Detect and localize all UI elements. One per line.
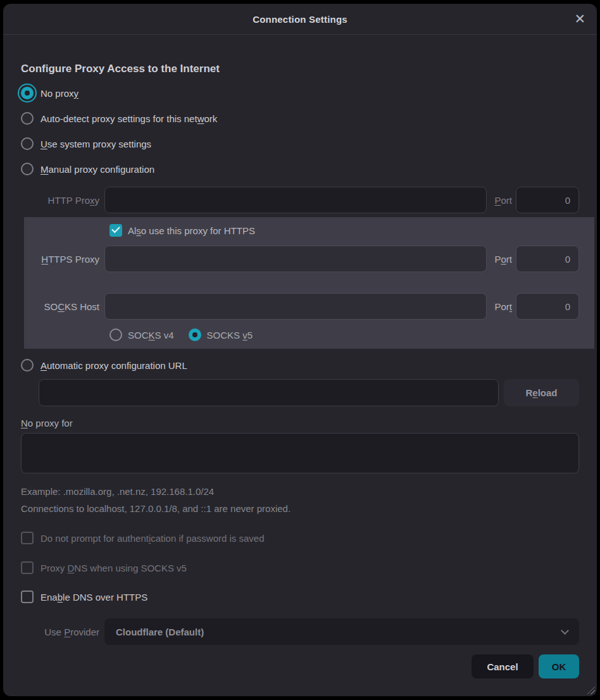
radio-row-no-proxy[interactable]: No proxy <box>21 85 579 101</box>
radio-socks-v5-label: SOCKS v5 <box>207 330 253 341</box>
radio-socks-v4-label: SOCKS v4 <box>128 330 174 341</box>
auto-url-row: Reload <box>39 379 579 406</box>
socks-port-input[interactable] <box>516 293 579 320</box>
page-title: Configure Proxy Access to the Internet <box>21 63 579 75</box>
ok-button[interactable]: OK <box>539 654 579 678</box>
share-proxy-label: Also use this proxy for HTTPS <box>128 225 255 236</box>
reload-button[interactable]: Reload <box>504 379 579 406</box>
connection-settings-dialog: Connection Settings ✕ Configure Proxy Ac… <box>3 4 597 696</box>
socks-version-row: SOCKS v4 SOCKS v5 <box>109 327 579 342</box>
cancel-button[interactable]: Cancel <box>472 654 534 678</box>
doh-provider-row: Use Provider Cloudflare (Default) <box>21 618 579 645</box>
radio-row-manual-proxy[interactable]: Manual proxy configuration <box>21 161 579 177</box>
socks-v5-group: SOCKS v5 <box>189 328 253 341</box>
no-proxy-example-text: Example: .mozilla.org, .net.nz, 192.168.… <box>21 486 579 497</box>
radio-auto-detect[interactable] <box>21 112 34 125</box>
checkbox-row-proxy-dns: Proxy DNS when using SOCKS v5 <box>21 560 579 575</box>
no-proxy-for-textarea[interactable] <box>21 433 579 473</box>
dialog-title: Connection Settings <box>253 14 347 25</box>
resize-grip[interactable] <box>584 684 595 694</box>
socks-host-input[interactable] <box>104 293 487 320</box>
checkbox-row-no-prompt-auth: Do not prompt for authentication if pass… <box>21 530 579 546</box>
auto-url-input[interactable] <box>39 379 499 406</box>
share-proxy-checkbox[interactable] <box>109 224 122 237</box>
https-port-input[interactable] <box>516 246 579 272</box>
enable-doh-label: Enable DNS over HTTPS <box>41 592 147 603</box>
no-prompt-auth-checkbox <box>21 532 34 544</box>
radio-no-proxy-label: No proxy <box>41 88 78 99</box>
radio-manual-proxy[interactable] <box>21 163 34 175</box>
socks-host-row: SOCKS Host Port <box>24 293 579 320</box>
close-icon[interactable]: ✕ <box>574 13 585 26</box>
dialog-footer: Cancel OK <box>21 654 579 678</box>
radio-row-system-proxy[interactable]: Use system proxy settings <box>21 136 579 151</box>
https-socks-group: Also use this proxy for HTTPS HTTPS Prox… <box>24 217 594 349</box>
doh-provider-value: Cloudflare (Default) <box>116 627 562 637</box>
http-proxy-label: HTTP Proxy <box>21 195 104 206</box>
proxy-dns-label: Proxy DNS when using SOCKS v5 <box>41 563 187 573</box>
radio-socks-v4[interactable] <box>109 328 122 341</box>
radio-manual-proxy-label: Manual proxy configuration <box>41 164 154 175</box>
socks-host-label: SOCKS Host <box>24 301 104 312</box>
http-port-input[interactable] <box>516 187 579 213</box>
https-proxy-row: HTTPS Proxy Port <box>24 246 579 272</box>
dialog-content: Configure Proxy Access to the Internet N… <box>3 35 597 678</box>
https-proxy-input[interactable] <box>104 246 487 272</box>
radio-system-proxy-label: Use system proxy settings <box>41 139 151 149</box>
use-provider-label: Use Provider <box>21 627 104 637</box>
proxy-dns-checkbox <box>21 561 34 574</box>
chevron-down-icon <box>561 627 569 635</box>
no-proxy-note-text: Connections to localhost, 127.0.0.1/8, a… <box>21 503 579 514</box>
radio-auto-url[interactable] <box>21 359 34 372</box>
radio-auto-detect-label: Auto-detect proxy settings for this netw… <box>41 113 217 124</box>
share-proxy-checkbox-row[interactable]: Also use this proxy for HTTPS <box>109 224 579 237</box>
no-proxy-for-label: No proxy for <box>21 418 579 428</box>
radio-row-auto-url[interactable]: Automatic proxy configuration URL <box>21 358 579 373</box>
radio-no-proxy[interactable] <box>21 87 34 99</box>
socks-port-label: Port <box>494 301 512 312</box>
https-port-label: Port <box>494 254 512 265</box>
https-proxy-label: HTTPS Proxy <box>24 254 104 265</box>
http-port-label: Port <box>494 195 512 206</box>
doh-provider-select[interactable]: Cloudflare (Default) <box>104 618 579 645</box>
dialog-titlebar: Connection Settings ✕ <box>3 4 597 35</box>
radio-auto-url-label: Automatic proxy configuration URL <box>41 360 187 371</box>
http-proxy-input[interactable] <box>104 187 487 213</box>
checkbox-row-enable-doh[interactable]: Enable DNS over HTTPS <box>21 589 579 604</box>
radio-row-auto-detect[interactable]: Auto-detect proxy settings for this netw… <box>21 111 579 126</box>
enable-doh-checkbox[interactable] <box>21 591 34 603</box>
no-prompt-auth-label: Do not prompt for authentication if pass… <box>41 533 265 544</box>
http-proxy-row: HTTP Proxy Port <box>21 187 579 213</box>
radio-system-proxy[interactable] <box>21 137 34 150</box>
radio-socks-v5[interactable] <box>189 328 201 341</box>
